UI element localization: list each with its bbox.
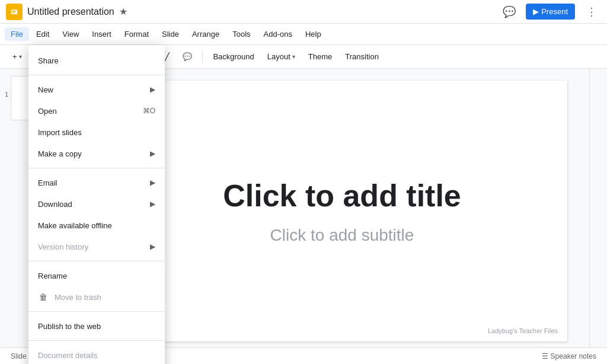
- separator-3: [28, 261, 165, 261]
- email-arrow: ▶: [150, 178, 155, 187]
- more-options-button[interactable]: ⋮: [582, 2, 601, 21]
- import-slides-label: Import slides: [38, 128, 82, 137]
- present-label: Present: [541, 7, 568, 16]
- slide-canvas[interactable]: Click to add title Click to add subtitle…: [117, 81, 567, 341]
- menu-edit[interactable]: Edit: [30, 27, 55, 41]
- menu-format[interactable]: Format: [119, 27, 155, 41]
- make-copy-arrow: ▶: [150, 149, 155, 158]
- comments-button[interactable]: 💬: [500, 2, 519, 21]
- open-label: Open: [38, 107, 57, 116]
- make-offline-label: Make available offline: [38, 221, 112, 230]
- menu-item-rename[interactable]: Rename: [28, 265, 165, 286]
- menu-item-email[interactable]: Email ▶: [28, 172, 165, 193]
- transition-button[interactable]: Transition: [340, 49, 384, 64]
- slide-title-placeholder[interactable]: Click to add title: [223, 177, 461, 214]
- add-slide-button[interactable]: + ▾: [7, 49, 27, 64]
- doc-title[interactable]: Untitled presentation: [27, 7, 114, 17]
- slide-subtitle-placeholder[interactable]: Click to add subtitle: [270, 226, 414, 245]
- menu-item-version-history[interactable]: Version history ▶: [28, 236, 165, 257]
- menu-help[interactable]: Help: [299, 27, 327, 41]
- menu-item-make-offline[interactable]: Make available offline: [28, 215, 165, 236]
- share-label: Share: [38, 56, 59, 65]
- menu-item-new[interactable]: New ▶: [28, 79, 165, 100]
- document-details-label: Document details: [38, 351, 97, 360]
- layout-button[interactable]: Layout ▾: [262, 49, 301, 64]
- menu-item-publish-web[interactable]: Publish to the web: [28, 315, 165, 337]
- background-button[interactable]: Background: [207, 49, 259, 64]
- open-shortcut: ⌘O: [143, 107, 155, 115]
- comment-tool[interactable]: 💬: [177, 49, 197, 64]
- svg-rect-3: [12, 12, 15, 13]
- menu-arrange[interactable]: Arrange: [186, 27, 225, 41]
- star-icon[interactable]: ★: [119, 6, 127, 17]
- file-dropdown-menu: Share New ▶ Open ⌘O Import slides Make a…: [28, 45, 165, 364]
- theme-button[interactable]: Theme: [303, 49, 337, 64]
- toolbar-sep-3: [202, 51, 203, 63]
- menu-item-open[interactable]: Open ⌘O: [28, 100, 165, 122]
- menu-addons[interactable]: Add-ons: [258, 27, 298, 41]
- add-icon: +: [12, 52, 17, 61]
- separator-1: [28, 75, 165, 75]
- canvas-area[interactable]: Click to add title Click to add subtitle…: [95, 69, 589, 364]
- right-sidebar: [589, 69, 607, 364]
- menu-bar: File Edit View Insert Format Slide Arran…: [0, 24, 607, 45]
- slide-watermark: Ladybug's Teacher Files: [488, 327, 558, 334]
- title-bar: Untitled presentation ★ 💬 ▶ Present ⋮: [0, 0, 607, 24]
- layout-label: Layout: [267, 52, 290, 61]
- menu-item-import-slides[interactable]: Import slides: [28, 122, 165, 143]
- present-icon: ▶: [533, 7, 539, 16]
- rename-label: Rename: [38, 272, 67, 280]
- trash-icon: 🗑: [38, 292, 49, 302]
- menu-item-download[interactable]: Download ▶: [28, 193, 165, 215]
- download-arrow: ▶: [150, 200, 155, 208]
- slide-number: 1: [5, 91, 8, 98]
- download-label: Download: [38, 200, 72, 209]
- make-copy-label: Make a copy: [38, 149, 82, 158]
- background-label: Background: [213, 52, 254, 61]
- new-arrow: ▶: [150, 85, 155, 94]
- menu-item-share[interactable]: Share: [28, 50, 165, 71]
- menu-item-document-details[interactable]: Document details: [28, 344, 165, 364]
- menu-item-move-to-trash[interactable]: 🗑 Move to trash: [28, 286, 165, 308]
- menu-insert[interactable]: Insert: [86, 27, 117, 41]
- version-history-arrow: ▶: [150, 242, 155, 251]
- add-dropdown-arrow: ▾: [19, 53, 22, 60]
- transition-label: Transition: [345, 52, 379, 61]
- separator-5: [28, 340, 165, 341]
- menu-file[interactable]: File: [5, 27, 29, 41]
- speaker-notes-button[interactable]: ☰ Speaker notes: [538, 351, 600, 362]
- move-trash-label: Move to trash: [55, 293, 101, 302]
- new-label: New: [38, 85, 53, 94]
- menu-slide[interactable]: Slide: [156, 27, 185, 41]
- app-logo: [6, 4, 23, 20]
- email-label: Email: [38, 178, 57, 187]
- publish-web-label: Publish to the web: [38, 322, 101, 331]
- present-button[interactable]: ▶ Present: [526, 4, 575, 20]
- separator-2: [28, 168, 165, 168]
- menu-item-make-copy[interactable]: Make a copy ▶: [28, 143, 165, 164]
- layout-dropdown-arrow: ▾: [292, 53, 295, 60]
- menu-view[interactable]: View: [56, 27, 85, 41]
- theme-label: Theme: [308, 52, 332, 61]
- version-history-label: Version history: [38, 242, 88, 251]
- svg-rect-2: [12, 10, 17, 11]
- separator-4: [28, 311, 165, 312]
- menu-tools[interactable]: Tools: [226, 27, 256, 41]
